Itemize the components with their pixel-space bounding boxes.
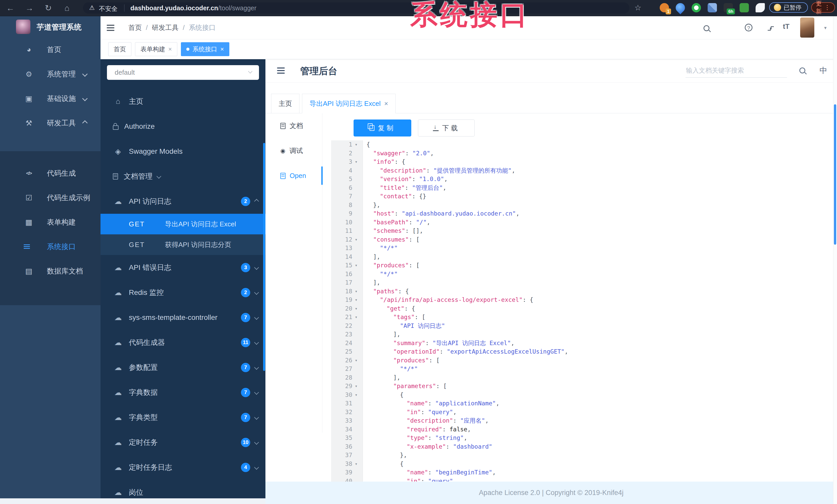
back-icon[interactable]: ← [6,3,14,13]
fold-icon[interactable]: ▾ [355,287,363,296]
panel-scrollbar[interactable] [263,143,265,371]
doc-search-input[interactable] [685,63,787,78]
search-icon[interactable] [799,68,805,73]
fold-icon[interactable]: ▾ [355,141,363,149]
code-line: 37}, [331,451,833,460]
api-group[interactable]: 定时任务10 [101,430,265,455]
doc-tab[interactable]: 主页 [271,94,300,113]
bookmark-star-icon[interactable]: ☆ [635,3,641,12]
sidebar-item[interactable]: 首页 [0,37,101,62]
tag-label: 首页 [114,45,126,53]
api-group[interactable]: Redis 监控2 [101,280,265,305]
collapse-menu-icon[interactable] [277,70,285,71]
address-bar[interactable]: ⚠ 不安全 dashboard.yudao.iocoder.cn/tool/sw… [83,2,629,14]
doc-tab[interactable]: 导出API 访问日志 Excel× [302,94,395,113]
paused-badge[interactable]: 已暂停 [769,2,808,13]
close-icon[interactable]: × [168,45,172,53]
page-scrollbar-track[interactable] [833,16,837,504]
flower-white-icon[interactable] [755,3,765,12]
fold-icon[interactable]: ▾ [355,157,363,166]
group-select[interactable]: default [107,65,259,80]
side-tab[interactable]: 文档 [265,113,322,138]
token: ], [373,279,380,286]
breadcrumb-item[interactable]: 研发工具 [152,24,179,32]
footer-text: Apache License 2.0 | Copyright © 2019-Kn… [479,489,623,497]
logo[interactable]: 芋道管理系统 [0,16,101,37]
token: false [449,426,467,433]
chevron-down-icon[interactable]: ▼ [823,26,827,31]
sidebar-subitem[interactable]: 代码生成示例 [0,185,101,210]
code-line: 38▾{ [331,460,833,468]
tag-view-item[interactable]: 表单构建× [135,42,177,56]
copy-button[interactable]: 复制 [354,119,411,136]
sidebar-item[interactable]: 基础设施 [0,86,101,111]
api-endpoint[interactable]: GET获得API 访问日志分页 [101,235,265,255]
token: , [496,400,499,407]
leaf-green-icon[interactable] [740,3,749,12]
fold-icon[interactable]: ▾ [355,391,363,399]
forward-icon[interactable]: → [25,3,34,13]
fold-icon[interactable]: ▾ [355,261,363,270]
tag-view-item[interactable]: 首页 [108,42,131,56]
font-size-icon[interactable]: tT [783,23,789,31]
sidebar-submenu: 代码生成代码生成示例表单构建系统接口数据库文档 [0,151,101,305]
api-group[interactable]: 文档管理 [101,164,265,189]
line-number: 25 [331,348,355,356]
grid-blue-icon[interactable] [708,3,717,12]
reload-icon[interactable]: ↻ [45,3,52,13]
pin-blue-icon[interactable] [674,1,687,14]
api-group[interactable]: 定时任务日志4 [101,455,265,480]
sidebar-item[interactable]: 系统管理 [0,62,101,86]
hamburger-menu-icon[interactable] [107,27,114,28]
fold-icon[interactable]: ▾ [355,296,363,304]
page-scrollbar-thumb[interactable] [834,104,836,245]
fold-icon[interactable]: ▾ [355,460,363,468]
token: "*/*" [400,366,418,372]
side-tab[interactable]: 调试 [265,138,322,163]
api-group[interactable]: 岗位 [101,480,265,498]
api-group[interactable]: API 访问日志2 [101,189,265,214]
side-tab[interactable]: Open [265,163,322,188]
help-icon[interactable]: ? [745,24,752,32]
search-icon[interactable] [704,25,709,31]
fold-icon[interactable]: ▾ [355,313,363,322]
api-group[interactable]: 主页 [101,89,265,114]
update-button[interactable]: 更新 ⋮ [811,2,835,13]
token: : [453,417,460,424]
api-endpoint[interactable]: GET导出API 访问日志 Excel [101,214,265,235]
fold-icon[interactable]: ▾ [355,304,363,313]
warning-icon: ⚠ [89,4,95,11]
code-text: "get": { [363,304,415,313]
api-group[interactable]: sys-sms-template-controller7 [101,305,265,330]
breadcrumb-item[interactable]: 首页 [128,24,142,32]
api-group[interactable]: 字典类型7 [101,405,265,430]
language-toggle[interactable]: 中 [819,66,827,76]
fold-icon[interactable]: ▾ [355,356,363,365]
fold-icon[interactable]: ▾ [355,236,363,244]
sidebar-subitem[interactable]: 代码生成 [0,161,101,185]
tag-view-item[interactable]: 系统接口× [181,42,229,56]
api-group[interactable]: Swagger Models [101,139,265,164]
puzzle-orange-icon[interactable]: 1 [660,3,669,12]
api-group[interactable]: Authorize [101,114,265,139]
token: ], [393,374,400,381]
fold-icon[interactable]: ▾ [355,382,363,391]
download-button[interactable]: 下载 [418,119,475,136]
sidebar-subitem[interactable]: 系统接口 [0,235,101,259]
api-group[interactable]: API 错误日志3 [101,255,265,280]
api-group[interactable]: 代码生成器11 [101,330,265,355]
breadcrumb-item[interactable]: 系统接口 [189,24,215,32]
user-avatar[interactable] [800,18,814,38]
api-group[interactable]: 字典数据7 [101,380,265,405]
close-icon[interactable]: × [220,45,224,53]
sidebar-item[interactable]: 研发工具 [0,111,101,135]
home-icon[interactable]: ⌂ [65,3,69,13]
api-group[interactable]: 参数配置7 [101,355,265,380]
close-icon[interactable]: × [384,94,388,113]
api-group-label: 字典类型 [129,413,158,422]
sidebar-subitem[interactable]: 表单构建 [0,210,101,235]
circle-green-icon[interactable] [692,3,701,12]
sidebar-subitem[interactable]: 数据库文档 [0,259,101,283]
code-editor[interactable]: 1▾{2"swagger": "2.0",3▾"info": {4"descri… [331,141,833,482]
box-dark-icon[interactable]: 6h [724,3,733,12]
